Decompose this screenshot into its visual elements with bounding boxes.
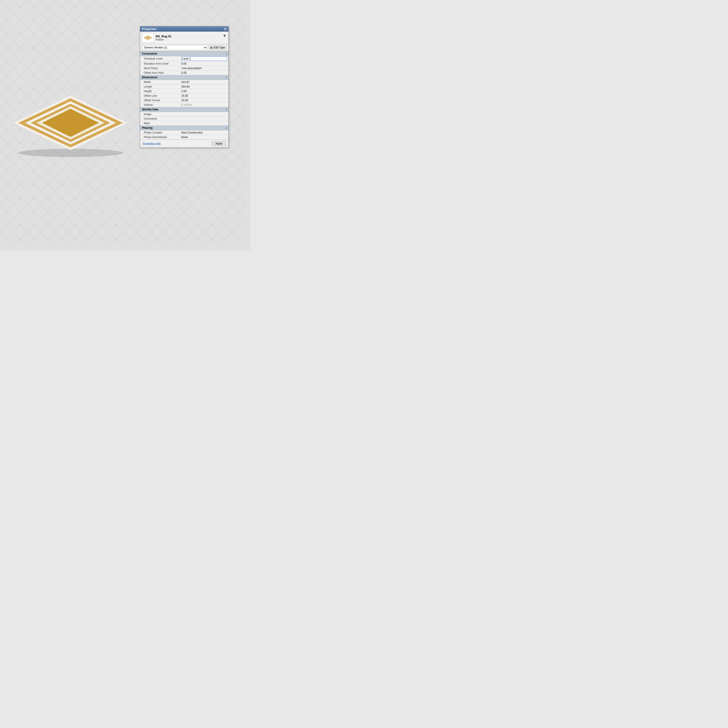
bg-cell: RD xyxy=(232,82,246,96)
family-dropdown-icon[interactable]: ▼ xyxy=(222,33,226,38)
bg-cell: RD xyxy=(136,14,150,27)
prop-value-constraints-0 xyxy=(180,56,228,61)
bg-cell: RD xyxy=(55,55,68,68)
section-collapse-constraints[interactable]: ⟪ xyxy=(226,52,227,55)
bg-cell: RD xyxy=(123,232,136,246)
bg-cell: RD xyxy=(82,177,96,191)
bg-cell: RD xyxy=(232,136,246,150)
bg-cell: RD xyxy=(68,68,82,82)
bg-cell: RD xyxy=(177,191,191,205)
bg-cell: RD xyxy=(219,205,232,219)
bg-cell: RD xyxy=(232,164,246,177)
bg-cell: RD xyxy=(14,27,27,41)
prop-label-dimensions-0: Width xyxy=(140,80,180,84)
bg-cell: RD xyxy=(232,96,246,109)
prop-input-constraints-0[interactable] xyxy=(181,57,227,61)
bg-cell: RD xyxy=(150,232,164,246)
bg-cell: RD xyxy=(96,41,109,55)
bg-cell: RD xyxy=(123,55,136,68)
section-collapse-phasing[interactable]: ⟪ xyxy=(226,127,227,129)
prop-value-constraints-1: 0.00 xyxy=(180,61,228,66)
bg-cell: RD xyxy=(191,177,205,191)
bg-cell: RD xyxy=(205,191,219,205)
bg-cell: RD xyxy=(191,205,205,219)
prop-label-identity_data-2: Mark xyxy=(140,121,180,125)
section-collapse-identity_data[interactable]: ⟪ xyxy=(226,108,227,111)
bg-cell: RD xyxy=(164,14,177,27)
section-collapse-dimensions[interactable]: ⟪ xyxy=(226,76,227,79)
table-row: Offset Line15.00 xyxy=(140,93,228,98)
bg-cell: RD xyxy=(177,232,191,246)
bg-cell: RD xyxy=(232,232,246,246)
bg-cell: RD xyxy=(0,0,14,14)
bg-cell: RD xyxy=(136,177,150,191)
bg-cell: RD xyxy=(191,0,205,14)
prop-label-constraints-3: Offset from Host xyxy=(140,70,180,75)
prop-label-dimensions-2: Height xyxy=(140,89,180,93)
bg-cell: RD xyxy=(219,191,232,205)
properties-panel: Properties ✕ RD_Rug 01 Rattan ▼ Generic … xyxy=(140,26,229,148)
close-button[interactable]: ✕ xyxy=(224,28,226,31)
bg-cell: RD xyxy=(82,27,96,41)
bg-cell: RD xyxy=(41,219,55,232)
section-label-identity_data: Identity Data xyxy=(142,108,158,111)
bg-cell: RD xyxy=(232,0,246,14)
apply-button[interactable]: Apply xyxy=(211,141,226,146)
prop-label-constraints-1: Elevation from Level xyxy=(140,61,180,66)
bg-cell: RD xyxy=(205,150,219,164)
bg-cell: RD xyxy=(27,27,41,41)
bg-cell: RD xyxy=(0,14,14,27)
bg-cell: RD xyxy=(219,150,232,164)
prop-value-identity_data-0 xyxy=(180,112,228,116)
bg-cell: RD xyxy=(68,205,82,219)
bg-cell: RD xyxy=(123,41,136,55)
bg-cell: RD xyxy=(164,164,177,177)
bg-cell: RD xyxy=(205,164,219,177)
bg-cell: RD xyxy=(82,232,96,246)
bg-cell: RD xyxy=(27,55,41,68)
bg-cell: RD xyxy=(109,219,123,232)
bg-cell: RD xyxy=(0,55,14,68)
bg-cell: RD xyxy=(96,55,109,68)
bg-cell: RD xyxy=(96,177,109,191)
bg-cell: RD xyxy=(41,0,55,14)
bg-cell: RD xyxy=(41,177,55,191)
bg-cell: RD xyxy=(68,164,82,177)
bg-cell: RD xyxy=(41,191,55,205)
prop-label-dimensions-3: Offset Line xyxy=(140,93,180,98)
bg-cell: RD xyxy=(123,177,136,191)
bg-cell: RD xyxy=(177,205,191,219)
bg-cell: RD xyxy=(41,205,55,219)
bg-cell: RD xyxy=(219,0,232,14)
bg-cell: RD xyxy=(27,177,41,191)
bg-cell: RD xyxy=(232,41,246,55)
bg-cell: RD xyxy=(219,219,232,232)
table-row: Elevation from Level0.00 xyxy=(140,61,228,66)
bg-cell: RD xyxy=(164,177,177,191)
bg-cell: RD xyxy=(219,164,232,177)
bg-cell: RD xyxy=(136,164,150,177)
bg-cell: RD xyxy=(41,68,55,82)
section-header-identity_data: Identity Data⟪ xyxy=(140,107,228,112)
bg-cell: RD xyxy=(164,232,177,246)
edit-type-button[interactable]: ⊞ Edit Type xyxy=(209,45,226,50)
category-select[interactable]: Generic Models (1) xyxy=(142,45,207,50)
family-thumbnail xyxy=(142,33,154,43)
bg-cell: RD xyxy=(150,191,164,205)
bg-cell: RD xyxy=(27,191,41,205)
family-name-block: RD_Rug 01 Rattan xyxy=(156,35,171,41)
bg-cell: RD xyxy=(177,219,191,232)
bg-cell: RD xyxy=(27,219,41,232)
bg-cell: RD xyxy=(82,68,96,82)
bg-cell: RD xyxy=(82,191,96,205)
bg-cell: RD xyxy=(55,41,68,55)
prop-label-phasing-1: Phase Demolished xyxy=(140,135,180,139)
bg-cell: RD xyxy=(164,150,177,164)
table-row: Comments xyxy=(140,116,228,121)
bg-cell: RD xyxy=(205,14,219,27)
properties-help-link[interactable]: Properties help xyxy=(142,142,161,145)
prop-label-dimensions-5: Volume xyxy=(140,102,180,107)
edit-type-label: Edit Type xyxy=(214,46,225,49)
bg-cell: RD xyxy=(68,191,82,205)
family-header: RD_Rug 01 Rattan ▼ xyxy=(140,32,228,44)
